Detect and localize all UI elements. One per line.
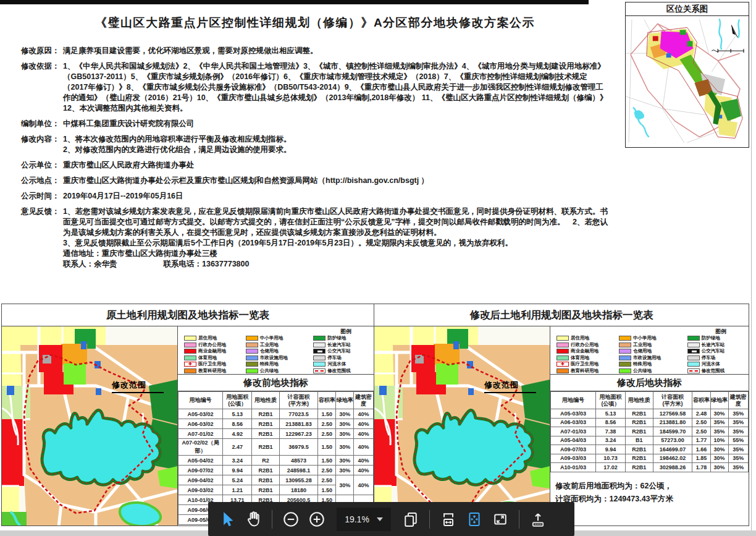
color-swatch bbox=[619, 342, 631, 347]
area-note: 修改前后用地面积均为：62公顷， 计容面积均为：1249473.43平方米 bbox=[550, 472, 749, 506]
zoom-level-dropdown[interactable]: 19.1% bbox=[337, 508, 391, 531]
table-row: A10-01/0317.02R2B1302988.261.7830%35% bbox=[551, 463, 749, 472]
legend-item: 市政设施用地 bbox=[619, 355, 686, 362]
toolbar-divider bbox=[272, 510, 272, 529]
top-edge-strip bbox=[0, 0, 589, 4]
zoom-in-button[interactable] bbox=[305, 506, 329, 532]
location-map-panel: 区位关系图 bbox=[625, 2, 749, 148]
legend-item: 中小学用地 bbox=[246, 335, 312, 342]
legend-item: 商业金融用地 bbox=[184, 348, 245, 355]
legend-item: 防护绿地 bbox=[313, 335, 372, 342]
color-swatch bbox=[184, 349, 196, 354]
upload-button[interactable] bbox=[526, 506, 550, 532]
fit-page-button[interactable] bbox=[463, 506, 486, 532]
table-row: A05-04/023.24R2485731.5030%40% bbox=[178, 456, 374, 466]
color-swatch bbox=[556, 342, 569, 347]
post-table-title: 修改后地块指标 bbox=[550, 375, 749, 391]
legend-item: 公交汽车站 bbox=[313, 348, 372, 355]
cursor-icon bbox=[219, 511, 236, 528]
color-swatch bbox=[619, 336, 631, 341]
fullscreen-button[interactable] bbox=[489, 506, 512, 532]
column-header: 用地编号 bbox=[551, 392, 596, 409]
legend-item: 特殊用地 bbox=[246, 361, 312, 368]
column-header: 用地性质 bbox=[625, 392, 653, 409]
pan-tool-button[interactable] bbox=[242, 506, 265, 532]
copy-button[interactable] bbox=[399, 506, 422, 532]
cross-swatch bbox=[556, 362, 569, 367]
cross-swatch bbox=[184, 362, 196, 367]
legend-title: 图例 bbox=[340, 328, 351, 336]
legend-item: 停车场 bbox=[313, 355, 372, 362]
doc-field: 修改内容：1、将本次修改范围内的用地容积率进行平衡及修改相应规划指标。 2、对修… bbox=[21, 134, 609, 155]
color-swatch bbox=[246, 362, 258, 367]
legend-item: 公共绿地 bbox=[619, 368, 686, 375]
legend-item: 市政设施用地 bbox=[246, 355, 312, 362]
location-map-title: 区位关系图 bbox=[626, 2, 749, 16]
color-swatch bbox=[619, 362, 631, 367]
color-swatch bbox=[619, 349, 631, 354]
legend-item: 河流水体 bbox=[687, 361, 747, 368]
column-header: 容积率 bbox=[318, 392, 336, 409]
color-swatch bbox=[246, 368, 258, 373]
legend-item: 长途汽车站 bbox=[313, 342, 372, 349]
viewer-toolbar: 19.1% bbox=[208, 502, 574, 536]
column-header: 绿地率 bbox=[710, 392, 728, 409]
zoom-out-icon bbox=[282, 511, 300, 528]
zoom-in-icon bbox=[308, 511, 326, 528]
fit-page-icon bbox=[466, 511, 483, 528]
copy-icon bbox=[402, 511, 419, 528]
color-swatch bbox=[556, 336, 569, 341]
chevron-down-icon bbox=[377, 517, 383, 521]
post-indicators-table: 用地编号用地面积 (公顷）用地性质计容面积 (平方米)容积率绿地率建筑密度 A0… bbox=[550, 391, 749, 472]
color-swatch bbox=[556, 349, 569, 354]
legend-item: 修改范围线 bbox=[687, 368, 747, 375]
table-row: A06-03/038.56R2B1213881.802.5035%35% bbox=[551, 418, 749, 427]
legend-item: 仓储用地 bbox=[246, 348, 312, 355]
scrollbar[interactable] bbox=[751, 0, 752, 536]
fit-width-button[interactable] bbox=[437, 506, 460, 532]
doc-field: 编制单位：中煤科工集团重庆设计研究院有限公司 bbox=[21, 119, 609, 129]
hand-icon bbox=[245, 511, 262, 528]
column-header: 用地性质 bbox=[252, 392, 279, 409]
legend-item: 医疗卫生用地 bbox=[184, 361, 245, 368]
legend-item: 公共绿地 bbox=[246, 368, 312, 375]
pre-panel-title: 原土地利用规划图及地块指标一览表 bbox=[2, 304, 374, 326]
toolbar-divider bbox=[429, 510, 430, 529]
modification-range-label: 修改范围 bbox=[112, 380, 164, 393]
legend-item: 工业用地 bbox=[246, 342, 312, 349]
table-row: A06-03/028.56R2B1213881.832.5030%40% bbox=[178, 419, 374, 429]
bus-swatch bbox=[687, 349, 700, 354]
legend-item: 行政办公用地 bbox=[184, 342, 245, 349]
column-header: 绿地率 bbox=[336, 392, 354, 409]
dashed-swatch bbox=[687, 368, 700, 373]
legend-item: 修改范围线 bbox=[313, 368, 372, 375]
table-row: A09-07/039.94R2B1164699.071.6630%35% bbox=[551, 445, 749, 454]
table-row: A09-07/029.94R2B1248598.12.5030%40% bbox=[178, 466, 374, 475]
legend-grid: 居住用地行政办公用地商业金融用地体育用地医疗卫生用地教育科研用地中小学用地工业用… bbox=[184, 335, 372, 374]
color-swatch bbox=[246, 342, 258, 347]
select-tool-button[interactable] bbox=[216, 506, 239, 532]
column-header: 计容面积 (平方米) bbox=[653, 392, 692, 409]
legend-item: 医疗卫生用地 bbox=[556, 361, 618, 368]
table-row: A07-01/037.38R2B1184599.702.5035%35% bbox=[551, 427, 749, 436]
color-swatch bbox=[246, 349, 258, 354]
color-swatch bbox=[313, 362, 326, 367]
legend-item: 体育用地 bbox=[184, 355, 245, 362]
table-row: A07-02/02（局部）2.47R2B136979.51.5030%40% bbox=[178, 439, 374, 456]
table-row: A07-01/024.92R2B1122967.232.5030%40% bbox=[178, 429, 374, 439]
zoom-level-value: 19.1% bbox=[345, 514, 369, 524]
zoom-out-button[interactable] bbox=[279, 506, 303, 532]
color-swatch bbox=[246, 355, 258, 360]
post-panel-title: 修改后土地利用规划图及地块指标一览表 bbox=[374, 304, 749, 326]
location-map bbox=[626, 16, 749, 147]
legend-item: 行政办公用地 bbox=[556, 342, 618, 349]
table-row: A05-04/033.24B157273.001.7710%55% bbox=[551, 436, 749, 445]
color-swatch bbox=[184, 342, 196, 347]
post-plan-panel: 修改后土地利用规划图及地块指标一览表 bbox=[374, 304, 749, 526]
color-swatch bbox=[619, 368, 631, 373]
doc-field: 公示时间：2019年04月17日--2019年05月16日 bbox=[21, 191, 609, 202]
table-row: A05-03/035.13R2B1127569.582.4830%35% bbox=[551, 409, 749, 419]
color-swatch bbox=[687, 342, 700, 347]
land-use-map bbox=[2, 326, 177, 525]
upload-icon bbox=[529, 511, 547, 528]
